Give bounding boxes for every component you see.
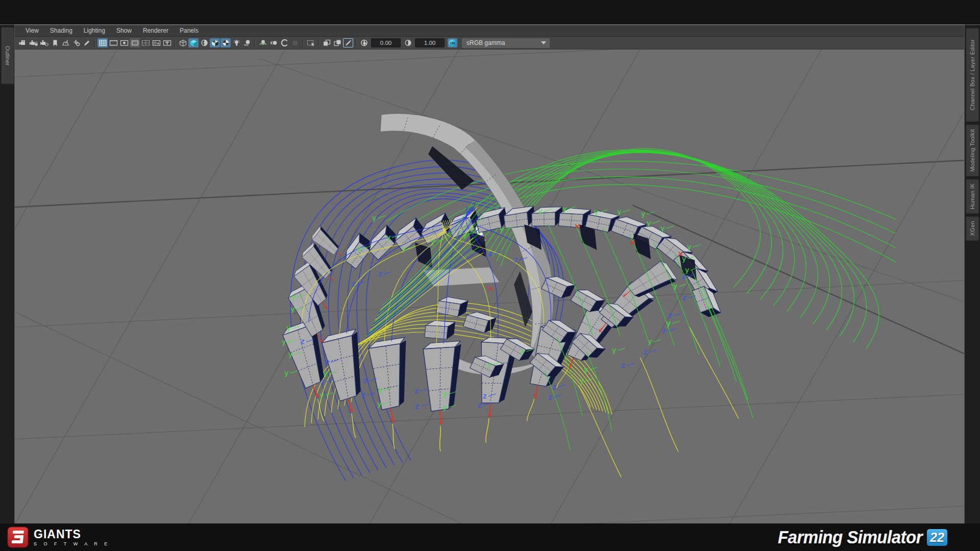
menu-item-view[interactable]: View — [20, 25, 44, 36]
exposure-field[interactable]: 0.00 — [371, 38, 401, 47]
animated-box-mesh — [692, 284, 721, 320]
dock-tab-xgen[interactable]: XGen — [966, 216, 979, 241]
camera-attributes-icon[interactable] — [39, 38, 49, 47]
axis-label-y: y — [660, 224, 665, 232]
image-plane-icon[interactable] — [60, 38, 70, 47]
axis-label-z: z — [415, 402, 419, 410]
film-gate-icon[interactable] — [108, 38, 118, 47]
exposure-icon[interactable] — [359, 38, 369, 47]
on-indicator: ON — [449, 39, 456, 47]
axis-label-y: y — [648, 337, 652, 345]
axis-label-y: y — [443, 403, 447, 411]
viewport-3d[interactable]: yyyyyyyyyyyyyyyyyyyyyyyyyyyyyyyyyyyyyzzz… — [15, 49, 964, 523]
axis-label-z: z — [682, 293, 686, 302]
anti-aliasing-icon[interactable] — [279, 38, 289, 47]
axis-label-z: z — [321, 378, 324, 386]
wireframe-icon[interactable] — [178, 38, 188, 47]
shadows-icon[interactable] — [242, 38, 252, 47]
camera-lock-icon[interactable] — [28, 38, 38, 47]
textured-icon[interactable] — [210, 38, 220, 47]
menu-item-show[interactable]: Show — [111, 25, 137, 36]
dock-tab-label: Channel Box / Layer Editor — [969, 39, 975, 110]
isolate-select-icon[interactable] — [322, 38, 332, 47]
motion-blur-icon[interactable] — [268, 38, 279, 47]
maya-application-window: Outliner ViewShadingLightingShowRenderer… — [0, 0, 980, 551]
farming-simulator-22-badge: 22 — [927, 529, 947, 546]
smooth-shade-icon[interactable] — [188, 38, 199, 47]
farming-simulator-logo: Farming Simulator 22 — [778, 528, 973, 547]
all-lights-icon[interactable] — [231, 38, 241, 47]
axis-label-y: y — [687, 243, 691, 251]
use-default-material-icon[interactable] — [220, 38, 231, 47]
axis-label-y: y — [284, 369, 288, 377]
grease-pencil-icon[interactable] — [82, 38, 92, 47]
giants-software-logo: GIANTS S O F T W A R E — [7, 527, 110, 548]
camera-icon[interactable] — [17, 38, 28, 47]
axis-label-y: y — [357, 244, 361, 253]
plow-tooth-mesh — [420, 340, 461, 452]
axis-label-z: z — [325, 358, 329, 366]
field-chart-icon[interactable] — [140, 38, 151, 47]
perspective-grid — [15, 49, 964, 523]
exposure-contrast-on-toggle[interactable]: ON — [448, 38, 457, 47]
axis-label-z: z — [362, 391, 365, 399]
toolbar-separator — [302, 39, 304, 47]
axis-label-y: y — [521, 347, 525, 355]
menu-item-shading[interactable]: Shading — [44, 25, 78, 36]
edit-isolate-icon[interactable] — [343, 38, 353, 47]
safe-action-icon[interactable] — [151, 38, 161, 47]
axis-label-y: y — [443, 390, 447, 398]
toolbar-separator — [254, 39, 256, 47]
giants-wordmark: GIANTS — [34, 529, 110, 540]
menu-item-panels[interactable]: Panels — [174, 25, 204, 36]
gate-mask-icon[interactable] — [130, 38, 140, 47]
isolate-add-icon[interactable] — [332, 38, 342, 47]
animated-box-mesh — [424, 317, 456, 342]
axis-label-y: y — [378, 386, 382, 394]
workspace: Outliner ViewShadingLightingShowRenderer… — [0, 24, 980, 523]
color-space-dropdown[interactable]: sRGB gamma — [462, 38, 550, 48]
gamma-field[interactable]: 1.00 — [415, 38, 445, 47]
grid-icon[interactable] — [97, 38, 108, 47]
axis-label-y: y — [641, 210, 645, 218]
axis-label-z: z — [301, 337, 304, 345]
window-top-letterbox — [0, 0, 980, 24]
color-space-value: sRGB gamma — [462, 39, 537, 46]
ambient-occlusion-icon[interactable] — [258, 38, 268, 47]
dock-tab-label: Human IK — [969, 183, 975, 209]
background-color-icon[interactable] — [290, 38, 300, 47]
axis-label-y: y — [673, 282, 677, 290]
chevron-down-icon — [537, 38, 550, 48]
toolbar-separator — [94, 39, 95, 47]
outliner-tab-label: Outliner — [5, 46, 11, 66]
dock-tab-channel-box-layer-editor[interactable]: Channel Box / Layer Editor — [966, 28, 979, 122]
axis-label-y: y — [538, 207, 542, 215]
select-region-icon[interactable] — [306, 38, 316, 47]
pan-zoom-icon[interactable] — [71, 38, 81, 47]
dock-tab-modeling-toolkit[interactable]: Modeling Toolkit — [966, 124, 979, 177]
axis-label-y: y — [286, 324, 290, 332]
viewport-canvas[interactable]: yyyyyyyyyyyyyyyyyyyyyyyyyyyyyyyyyyyyyzzz… — [15, 49, 964, 523]
axis-label-z: z — [483, 392, 486, 400]
axis-label-y: y — [617, 208, 621, 216]
dock-tab-human-ik[interactable]: Human IK — [966, 179, 979, 214]
axis-label-y: y — [580, 377, 584, 385]
axis-label-z: z — [414, 387, 418, 395]
axis-label-y: y — [320, 391, 324, 399]
axis-label-z: z — [644, 348, 647, 356]
bookmark-icon[interactable] — [50, 38, 60, 47]
menu-item-lighting[interactable]: Lighting — [78, 25, 111, 36]
contrast-icon[interactable] — [403, 38, 413, 47]
safe-title-icon[interactable] — [162, 38, 172, 47]
outliner-panel-tab[interactable]: Outliner — [1, 27, 14, 84]
plow-tooth-mesh — [368, 337, 411, 450]
resolution-gate-icon[interactable] — [119, 38, 129, 47]
panel-menu-bar: ViewShadingLightingShowRendererPanels — [15, 25, 964, 37]
axis-label-y: y — [667, 319, 671, 327]
menu-item-renderer[interactable]: Renderer — [137, 25, 174, 36]
wireframe-on-shaded-icon[interactable] — [199, 38, 209, 47]
farming-simulator-wordmark: Farming Simulator — [778, 527, 922, 547]
axis-label-y: y — [500, 225, 504, 233]
axis-label-z: z — [662, 327, 666, 335]
giants-logo-icon — [7, 527, 29, 548]
